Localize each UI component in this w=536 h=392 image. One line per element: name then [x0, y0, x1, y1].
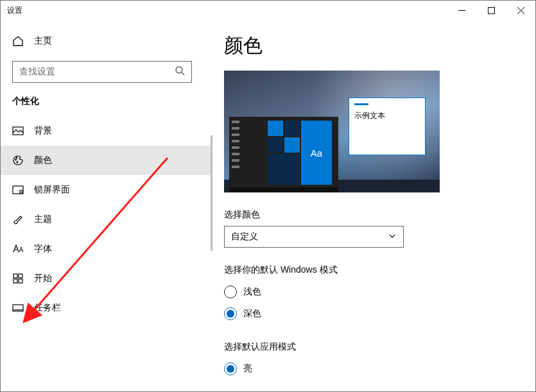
- minimize-icon: [458, 7, 465, 14]
- svg-rect-0: [488, 7, 494, 13]
- svg-rect-8: [13, 274, 17, 278]
- app-mode-light[interactable]: 亮: [224, 358, 516, 380]
- search-input[interactable]: 查找设置: [12, 61, 192, 83]
- search-placeholder: 查找设置: [19, 66, 175, 78]
- preview-tile-aa: Aa: [301, 121, 332, 185]
- svg-rect-10: [13, 279, 17, 283]
- content-pane: 颜色 Aa 示例文: [212, 20, 535, 391]
- home-nav[interactable]: 主页: [1, 26, 212, 56]
- preview-accent-bar: [354, 103, 368, 105]
- sidebar-item-themes[interactable]: 主题: [1, 205, 212, 234]
- radio-checked-icon: [224, 307, 237, 320]
- search-container: 查找设置: [12, 61, 201, 83]
- svg-rect-11: [19, 279, 22, 283]
- sidebar-item-taskbar[interactable]: 任务栏: [1, 293, 212, 323]
- sidebar-item-fonts[interactable]: 字体: [1, 234, 212, 264]
- choose-color-label: 选择颜色: [224, 209, 516, 221]
- sidebar-item-label: 开始: [34, 273, 52, 284]
- preview-sample-window: 示例文本: [349, 98, 426, 155]
- maximize-button[interactable]: [476, 1, 506, 20]
- sidebar-item-label: 字体: [34, 243, 52, 255]
- radio-label: 亮: [243, 363, 252, 375]
- sidebar-item-colors[interactable]: 颜色: [1, 146, 212, 175]
- close-icon: [517, 7, 524, 14]
- windows-mode-light[interactable]: 浅色: [224, 281, 516, 303]
- app-mode-label: 选择默认应用模式: [224, 341, 516, 353]
- lock-screen-icon: [12, 184, 24, 196]
- svg-point-4: [16, 157, 17, 158]
- svg-rect-7: [20, 191, 22, 193]
- preview-sample-text: 示例文本: [354, 110, 420, 121]
- sidebar-item-label: 背景: [34, 125, 52, 137]
- radio-label: 浅色: [243, 286, 261, 298]
- settings-window: 设置 主页 查找设置: [0, 0, 536, 392]
- window-body: 主页 查找设置 个性化 背景: [1, 20, 535, 391]
- windows-mode-dark[interactable]: 深色: [224, 303, 516, 325]
- preview-taskbar: [229, 187, 338, 192]
- preview-tiles: Aa: [268, 121, 332, 185]
- svg-point-3: [15, 159, 17, 160]
- radio-checked-icon: [224, 362, 237, 375]
- color-mode-dropdown[interactable]: 自定义: [224, 226, 404, 248]
- sidebar-item-label: 颜色: [34, 155, 52, 166]
- svg-rect-9: [19, 274, 22, 278]
- sidebar-section-title: 个性化: [1, 92, 212, 116]
- svg-rect-6: [13, 186, 23, 194]
- svg-point-1: [176, 67, 182, 73]
- windows-mode-label: 选择你的默认 Windows 模式: [224, 264, 516, 276]
- preview-start-list: [232, 121, 239, 176]
- radio-label: 深色: [243, 308, 261, 320]
- page-title: 颜色: [224, 33, 516, 59]
- sidebar-item-background[interactable]: 背景: [1, 116, 212, 146]
- color-preview: Aa 示例文本: [224, 71, 440, 192]
- sidebar-item-label: 任务栏: [34, 302, 61, 314]
- sidebar: 主页 查找设置 个性化 背景: [1, 20, 212, 391]
- radio-icon: [224, 285, 237, 298]
- home-icon: [12, 35, 24, 47]
- preview-start-menu: Aa: [229, 117, 338, 187]
- sidebar-item-label: 锁屏界面: [34, 184, 70, 196]
- chevron-down-icon: [388, 232, 397, 243]
- dropdown-value: 自定义: [231, 231, 388, 243]
- minimize-button[interactable]: [447, 1, 476, 20]
- search-icon: [175, 66, 185, 78]
- sidebar-item-lockscreen[interactable]: 锁屏界面: [1, 175, 212, 205]
- sidebar-scrollbar[interactable]: [211, 135, 212, 251]
- home-label: 主页: [34, 35, 52, 47]
- svg-point-5: [17, 162, 18, 163]
- sidebar-item-start[interactable]: 开始: [1, 264, 212, 293]
- titlebar: 设置: [1, 1, 535, 20]
- image-icon: [12, 125, 24, 137]
- brush-icon: [12, 214, 24, 225]
- close-button[interactable]: [506, 1, 535, 20]
- taskbar-icon: [12, 302, 24, 314]
- start-icon: [12, 273, 24, 284]
- window-title: 设置: [7, 5, 22, 16]
- font-icon: [12, 243, 24, 255]
- maximize-icon: [488, 7, 495, 14]
- palette-icon: [12, 155, 24, 166]
- sidebar-item-label: 主题: [34, 214, 52, 225]
